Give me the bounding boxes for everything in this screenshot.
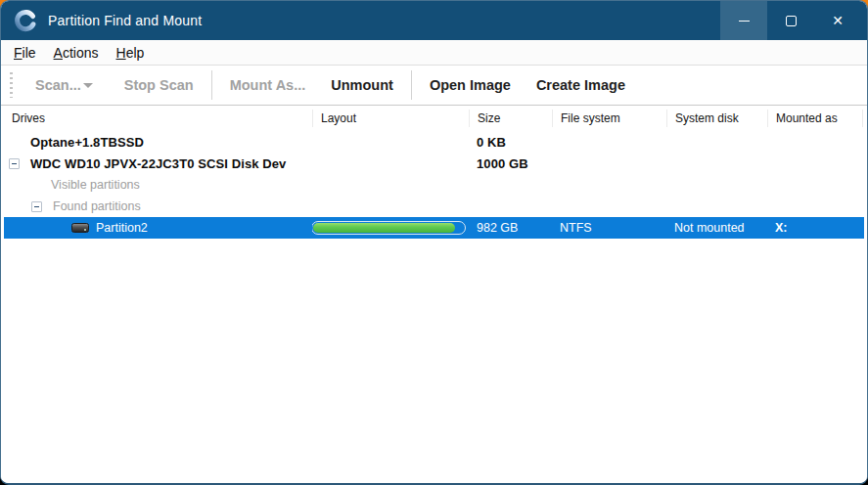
column-header-file-system[interactable]: File system: [552, 110, 666, 127]
menu-actions[interactable]: Actions: [45, 43, 108, 63]
menu-help[interactable]: Help: [108, 43, 154, 63]
column-header-drives[interactable]: Drives: [4, 110, 312, 127]
drive-list: Drives Layout Size File system System di…: [1, 106, 867, 483]
maximize-icon: [786, 16, 797, 26]
column-header-mounted-as[interactable]: Mounted as: [767, 110, 862, 127]
app-window: Partition Find and Mount ✕ File Actions …: [0, 0, 868, 485]
drive-name: Optane+1.8TBSSD: [4, 131, 312, 153]
size-value: 0 KB: [469, 131, 552, 153]
toolbar: Scan... Stop Scan Mount As... Unmount Op…: [1, 65, 867, 106]
menubar: File Actions Help: [1, 40, 867, 65]
close-icon: ✕: [832, 14, 844, 27]
partition-layout-bar: [312, 221, 466, 235]
mounted-as-value: X:: [767, 217, 862, 239]
table-row-optane[interactable]: Optane+1.8TBSSD 0 KB: [4, 131, 864, 153]
scan-button-label: Scan...: [35, 77, 81, 93]
toolbar-separator: [211, 70, 212, 100]
partition-layout-bar-fill: [313, 223, 455, 233]
table-row-found-partitions[interactable]: Found partitions: [4, 196, 864, 217]
collapse-icon[interactable]: [9, 158, 20, 169]
system-disk-value: Not mounted: [666, 217, 767, 239]
close-button[interactable]: ✕: [814, 1, 861, 40]
table-row-partition2[interactable]: Partition2 982 GB NTFS Not mounted X:: [4, 217, 864, 239]
layout-cell: [312, 153, 469, 174]
window-controls: ✕: [720, 1, 861, 40]
table-row-visible-partitions[interactable]: Visible partitions: [4, 174, 864, 196]
window-title: Partition Find and Mount: [48, 13, 202, 28]
minimize-icon: [739, 21, 750, 22]
hard-drive-icon: [71, 223, 89, 233]
titlebar: Partition Find and Mount ✕: [1, 1, 867, 40]
toolbar-gripper-icon[interactable]: [10, 72, 13, 98]
list-header: Drives Layout Size File system System di…: [4, 106, 864, 131]
create-image-button[interactable]: Create Image: [524, 69, 638, 101]
scan-dropdown-caret-icon[interactable]: [83, 83, 93, 88]
maximize-button[interactable]: [767, 1, 814, 40]
column-header-layout[interactable]: Layout: [312, 110, 469, 127]
minimize-button[interactable]: [720, 1, 767, 40]
menu-file[interactable]: File: [5, 43, 45, 63]
column-header-filler: [862, 110, 864, 127]
partition-name: Partition2: [96, 221, 148, 235]
open-image-button[interactable]: Open Image: [417, 69, 524, 101]
drive-name: WDC WD10 JPVX-22JC3T0 SCSI Disk Dev: [30, 156, 286, 171]
size-value: 982 GB: [469, 217, 552, 239]
group-label: Visible partitions: [4, 174, 312, 196]
table-row-wdc-disk[interactable]: WDC WD10 JPVX-22JC3T0 SCSI Disk Dev 1000…: [4, 153, 864, 174]
collapse-icon[interactable]: [31, 201, 42, 212]
layout-cell: [312, 131, 469, 153]
group-label: Found partitions: [53, 199, 141, 213]
size-value: 1000 GB: [469, 153, 552, 174]
toolbar-separator: [411, 70, 412, 100]
scan-button[interactable]: Scan...: [23, 69, 112, 101]
column-header-size[interactable]: Size: [469, 110, 552, 127]
file-system-value: NTFS: [552, 217, 666, 239]
mount-as-button[interactable]: Mount As...: [217, 69, 319, 101]
stop-scan-button[interactable]: Stop Scan: [112, 69, 206, 101]
column-header-system-disk[interactable]: System disk: [666, 110, 767, 127]
app-logo-icon: [14, 9, 37, 32]
unmount-button[interactable]: Unmount: [318, 69, 406, 101]
